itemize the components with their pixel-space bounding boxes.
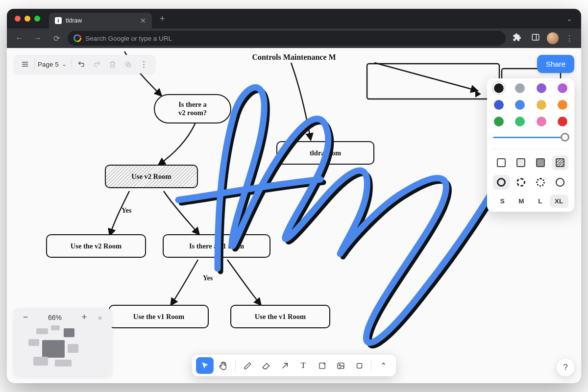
fill-icon: [556, 158, 564, 167]
size-option[interactable]: XL: [550, 195, 569, 208]
color-swatch[interactable]: [515, 117, 525, 126]
extensions-button[interactable]: [510, 33, 524, 44]
minimap-canvas[interactable]: [19, 325, 107, 372]
tool-dock: T ⌃: [192, 355, 396, 376]
help-icon: ?: [563, 363, 567, 372]
close-window-icon[interactable]: [15, 16, 21, 22]
color-swatch[interactable]: [494, 83, 504, 93]
color-swatch[interactable]: [494, 100, 504, 110]
window-controls[interactable]: [15, 16, 40, 22]
node-is-v2-room[interactable]: Is there a v2 room?: [154, 94, 231, 123]
color-swatch[interactable]: [558, 117, 567, 126]
size-row: SMLXL: [493, 195, 568, 208]
delete-button[interactable]: [105, 57, 120, 71]
image-icon: [337, 362, 345, 370]
back-button[interactable]: ←: [12, 34, 26, 43]
maximize-window-icon[interactable]: [34, 16, 40, 22]
minimize-window-icon[interactable]: [24, 16, 30, 22]
tab-list-button[interactable]: ⌄: [566, 15, 576, 23]
fill-grid: [493, 155, 568, 170]
tool-more[interactable]: ⌃: [374, 357, 392, 374]
dash-grid: [493, 175, 568, 190]
dash-option[interactable]: [552, 175, 568, 190]
cursor-icon: [200, 361, 209, 370]
tool-image[interactable]: [332, 357, 349, 374]
help-button[interactable]: ?: [557, 359, 574, 376]
tool-draw[interactable]: [239, 357, 256, 374]
page-label: Page 5: [38, 61, 59, 68]
tool-text[interactable]: T: [294, 357, 312, 374]
node-use-the-v1-room-b[interactable]: Use the v1 Room: [230, 305, 330, 328]
fill-option[interactable]: [532, 155, 549, 170]
dash-icon: [516, 178, 525, 187]
trash-icon: [109, 61, 116, 68]
more-button[interactable]: ⋮: [137, 57, 151, 71]
app-viewport: Controls Maintenance M: [7, 48, 581, 383]
fill-option[interactable]: [493, 155, 510, 170]
tool-note[interactable]: [313, 357, 331, 374]
tool-eraser[interactable]: [257, 357, 275, 374]
undo-button[interactable]: [74, 57, 89, 71]
tool-hand[interactable]: [215, 357, 232, 374]
size-option[interactable]: M: [512, 195, 531, 208]
duplicate-button[interactable]: [121, 57, 136, 71]
fill-icon: [497, 158, 506, 167]
page-heading-text: Controls Maintenance M: [252, 53, 336, 62]
color-swatch[interactable]: [558, 100, 567, 110]
fill-option[interactable]: [513, 155, 529, 170]
dash-icon: [497, 178, 506, 187]
dash-option[interactable]: [532, 175, 549, 190]
google-icon: [74, 34, 81, 42]
color-swatch[interactable]: [558, 83, 567, 93]
color-swatch[interactable]: [537, 83, 546, 93]
zoom-out-button[interactable]: −: [19, 312, 32, 322]
tab-close-icon[interactable]: ✕: [140, 17, 146, 24]
new-tab-button[interactable]: +: [156, 14, 169, 24]
edge-label-yes-2: Yes: [203, 274, 213, 282]
node-use-v2-room[interactable]: Use v2 Room: [105, 165, 198, 188]
dash-option[interactable]: [493, 175, 510, 190]
text-icon: T: [301, 361, 306, 370]
color-swatch[interactable]: [537, 100, 546, 110]
chevron-down-icon: ⌄: [62, 61, 67, 68]
node-use-the-v2-room[interactable]: Use the v2 Room: [46, 234, 146, 258]
page-picker[interactable]: Page 5 ⌄: [37, 61, 70, 68]
browser-tab[interactable]: tldraw ✕: [49, 13, 152, 28]
panel-button[interactable]: [528, 33, 543, 44]
top-toolbar: Page 5 ⌄ ⋮: [14, 55, 155, 74]
node-tldraw-com[interactable]: tldraw om: [276, 141, 374, 165]
size-option[interactable]: S: [493, 195, 512, 208]
color-swatch[interactable]: [515, 83, 525, 93]
reload-button[interactable]: ⟳: [49, 34, 64, 43]
tab-favicon-icon: [55, 17, 62, 24]
forward-button[interactable]: →: [30, 34, 45, 43]
dash-option[interactable]: [513, 175, 529, 190]
redo-button[interactable]: [90, 57, 104, 71]
node-is-v1-room[interactable]: Is there a v1 room: [163, 234, 270, 258]
share-button[interactable]: Share: [537, 55, 574, 73]
fill-icon: [536, 158, 545, 167]
color-swatch[interactable]: [494, 117, 504, 126]
zoom-level[interactable]: 66%: [34, 314, 75, 321]
fill-icon: [516, 158, 525, 167]
browser-menu-button[interactable]: ⋮: [563, 34, 576, 43]
minimap-collapse-button[interactable]: «: [93, 314, 107, 321]
profile-avatar[interactable]: [547, 32, 559, 44]
tool-arrow[interactable]: [276, 357, 294, 374]
node-use-the-v1-room-a[interactable]: Use the v1 Room: [109, 305, 209, 328]
menu-button[interactable]: [18, 57, 32, 71]
redo-icon: [93, 60, 101, 68]
svg-rect-11: [338, 363, 344, 368]
color-swatch[interactable]: [515, 100, 525, 110]
opacity-slider[interactable]: [493, 131, 568, 143]
omnibox-placeholder: Search Google or type a URL: [85, 35, 172, 42]
tool-shape[interactable]: [350, 357, 368, 374]
dots-vertical-icon: ⋮: [140, 60, 147, 69]
slider-thumb[interactable]: [561, 133, 569, 142]
zoom-in-button[interactable]: +: [77, 312, 91, 322]
address-bar[interactable]: Search Google or type a URL: [68, 31, 506, 46]
fill-option[interactable]: [552, 155, 568, 170]
color-swatch[interactable]: [537, 117, 546, 126]
size-option[interactable]: L: [531, 195, 550, 208]
tool-select[interactable]: [196, 357, 214, 374]
